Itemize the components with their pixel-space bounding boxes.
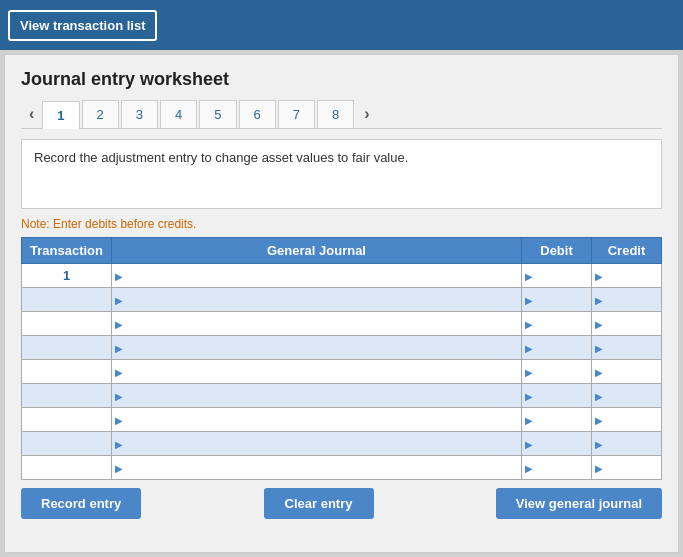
debit-note: Note: Enter debits before credits. <box>21 217 662 231</box>
general-journal-cell[interactable] <box>112 432 522 456</box>
debit-cell[interactable] <box>522 456 592 480</box>
credit-cell[interactable] <box>592 360 662 384</box>
table-row <box>22 312 662 336</box>
table-row <box>22 384 662 408</box>
transaction-cell <box>22 288 112 312</box>
debit-cell[interactable] <box>522 408 592 432</box>
table-row <box>22 408 662 432</box>
record-entry-button[interactable]: Record entry <box>21 488 141 519</box>
debit-header: Debit <box>522 238 592 264</box>
tab-3[interactable]: 3 <box>121 100 158 128</box>
credit-cell[interactable] <box>592 264 662 288</box>
transaction-cell <box>22 432 112 456</box>
debit-cell[interactable] <box>522 288 592 312</box>
debit-cell[interactable] <box>522 432 592 456</box>
general-journal-header: General Journal <box>112 238 522 264</box>
transaction-cell <box>22 312 112 336</box>
instruction-box: Record the adjustment entry to change as… <box>21 139 662 209</box>
credit-cell[interactable] <box>592 336 662 360</box>
general-journal-cell[interactable] <box>112 456 522 480</box>
credit-cell[interactable] <box>592 312 662 336</box>
credit-cell[interactable] <box>592 408 662 432</box>
credit-cell[interactable] <box>592 456 662 480</box>
general-journal-cell[interactable] <box>112 384 522 408</box>
tabs-container: ‹ 1 2 3 4 5 6 7 8 › <box>21 100 662 129</box>
general-journal-cell[interactable] <box>112 336 522 360</box>
credit-cell[interactable] <box>592 432 662 456</box>
worksheet-title: Journal entry worksheet <box>21 69 662 90</box>
table-row <box>22 456 662 480</box>
credit-cell[interactable] <box>592 288 662 312</box>
credit-cell[interactable] <box>592 384 662 408</box>
table-row <box>22 432 662 456</box>
debit-cell[interactable] <box>522 384 592 408</box>
debit-cell[interactable] <box>522 264 592 288</box>
tab-2[interactable]: 2 <box>82 100 119 128</box>
table-row <box>22 288 662 312</box>
transaction-header: Transaction <box>22 238 112 264</box>
clear-entry-button[interactable]: Clear entry <box>264 488 374 519</box>
tab-6[interactable]: 6 <box>239 100 276 128</box>
general-journal-cell[interactable] <box>112 408 522 432</box>
debit-cell[interactable] <box>522 360 592 384</box>
tab-7[interactable]: 7 <box>278 100 315 128</box>
transaction-cell <box>22 336 112 360</box>
tab-1[interactable]: 1 <box>42 101 79 129</box>
tab-5[interactable]: 5 <box>199 100 236 128</box>
general-journal-cell[interactable] <box>112 264 522 288</box>
general-journal-cell[interactable] <box>112 312 522 336</box>
footer-buttons: Record entry Clear entry View general jo… <box>21 488 662 519</box>
debit-cell[interactable] <box>522 312 592 336</box>
table-row: 1 <box>22 264 662 288</box>
table-row <box>22 336 662 360</box>
transaction-cell <box>22 384 112 408</box>
tab-next-button[interactable]: › <box>356 101 377 127</box>
tab-4[interactable]: 4 <box>160 100 197 128</box>
credit-header: Credit <box>592 238 662 264</box>
transaction-cell <box>22 360 112 384</box>
tab-prev-button[interactable]: ‹ <box>21 101 42 127</box>
table-row <box>22 360 662 384</box>
general-journal-cell[interactable] <box>112 360 522 384</box>
debit-cell[interactable] <box>522 336 592 360</box>
transaction-cell: 1 <box>22 264 112 288</box>
journal-table: Transaction General Journal Debit Credit… <box>21 237 662 480</box>
view-transaction-button[interactable]: View transaction list <box>8 10 157 41</box>
tab-8[interactable]: 8 <box>317 100 354 128</box>
transaction-cell <box>22 408 112 432</box>
general-journal-cell[interactable] <box>112 288 522 312</box>
view-general-journal-button[interactable]: View general journal <box>496 488 662 519</box>
transaction-cell <box>22 456 112 480</box>
